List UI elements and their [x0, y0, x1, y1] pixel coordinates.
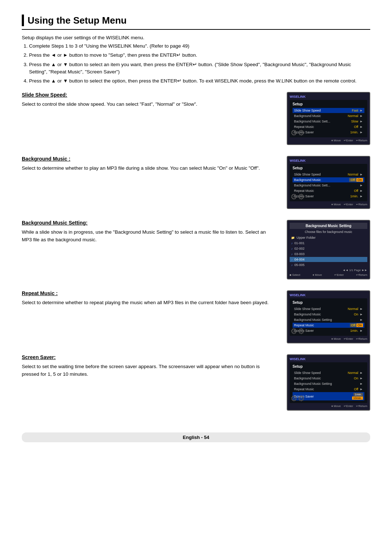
- music-icon-1: ♪: [291, 242, 293, 245]
- gear-icon-5: ⚙⚙: [290, 394, 305, 403]
- section-bg-music-setting: Background Music Setting: While a slide …: [22, 220, 370, 279]
- heading-repeat: Repeat Music :: [22, 290, 276, 296]
- tv-footer-1: ♦ Move ↵Enter ↩Return: [290, 139, 367, 142]
- bms-item-folder: 📁 Upper Folder: [290, 235, 367, 240]
- body-repeat: Select to determine whether to repeat pl…: [22, 299, 276, 307]
- step-1: Complete Steps 1 to 3 of "Using the WISE…: [29, 43, 370, 50]
- content-area: Slide Show Speed: Select to control the …: [22, 92, 370, 422]
- section-background-music: Background Music : Select to determine w…: [22, 156, 370, 209]
- gear-icon-1: ⚙⚙: [290, 128, 305, 138]
- menu-row-1-3: Background Music Sett... Slow ►: [293, 119, 364, 124]
- body-bms: While a slide show is in progress, use t…: [22, 229, 276, 244]
- tv-screen-5: WISELINK Setup Slide Show Speed Normal ►…: [287, 354, 370, 411]
- bms-item-5: ♪ 05-005: [290, 262, 367, 267]
- page-title: Using the Setup Menu: [22, 15, 370, 30]
- music-icon-2: ♪: [291, 247, 293, 250]
- bms-item-1: ♪ 01-001: [290, 241, 367, 246]
- section-text-repeat: Repeat Music : Select to determine wheth…: [22, 290, 287, 307]
- gear-icon-4: ⚙⚙: [290, 327, 305, 336]
- section-slide-show-speed: Slide Show Speed: Select to control the …: [22, 92, 370, 145]
- music-icon-4: ♪: [291, 258, 293, 261]
- footer-label: English - 54: [183, 435, 209, 440]
- setup-label-4: Setup: [293, 301, 364, 305]
- tv-brand-1: WISELINK: [290, 95, 367, 98]
- menu-row-4-2: Background Music On ►: [293, 312, 364, 317]
- menu-row-2-1: Slide Show Speed Normal ►: [293, 172, 364, 177]
- section-repeat-music: Repeat Music : Select to determine wheth…: [22, 290, 370, 343]
- bms-item-2: ♪ 02-002: [290, 246, 367, 251]
- menu-row-5-1: Slide Show Speed Normal ►: [293, 370, 364, 375]
- section-text-slide-show: Slide Show Speed: Select to control the …: [22, 92, 287, 108]
- tv-screen-3: Background Music Setting Choose files fo…: [287, 220, 370, 279]
- music-icon-3: ♪: [291, 253, 293, 256]
- step-4: Press the ▲ or ▼ button to select the op…: [29, 77, 370, 85]
- body-saver: Select to set the waiting time before th…: [22, 363, 276, 378]
- section-screen-saver: Screen Saver: Select to set the waiting …: [22, 354, 370, 411]
- page-footer: English - 54: [22, 432, 370, 442]
- heading-saver: Screen Saver:: [22, 354, 276, 360]
- menu-row-5-2: Background Music On ►: [293, 376, 364, 381]
- steps-list: Complete Steps 1 to 3 of "Using the WISE…: [29, 43, 370, 85]
- bms-item-3: ♪ 03-003: [290, 251, 367, 257]
- setup-label-1: Setup: [293, 102, 364, 106]
- tv-brand-4: WISELINK: [290, 293, 367, 297]
- heading-slide-show: Slide Show Speed:: [22, 92, 276, 98]
- section-text-bg-music: Background Music : Select to determine w…: [22, 156, 287, 172]
- heading-bms: Background Music Setting:: [22, 220, 276, 226]
- menu-row-5-4: Repeat Music Off ►: [293, 387, 364, 392]
- body-bg-music: Select to determine whether to play an M…: [22, 165, 276, 172]
- menu-row-4-3: Background Music Setting ►: [293, 317, 364, 322]
- step-2: Press the ◄ or ► button to move to "Setu…: [29, 52, 370, 59]
- gear-icon-2: ⚙⚙: [290, 192, 305, 202]
- section-text-saver: Screen Saver: Select to set the waiting …: [22, 354, 287, 378]
- bms-footer: ■ Select ♦ Move ↵Enter ↩Return: [290, 273, 367, 277]
- menu-row-4-1: Slide Show Speed Normal ►: [293, 306, 364, 311]
- bms-screen-subtitle: Choose files for background music: [290, 230, 367, 234]
- menu-row-1-2: Background Music Normal ►: [293, 113, 364, 118]
- menu-row-5-3: Background Music Setting ►: [293, 381, 364, 386]
- bms-item-4: ♪ 04-004: [290, 257, 367, 262]
- folder-icon: 📁: [291, 236, 295, 239]
- setup-label-2: Setup: [293, 166, 364, 170]
- tv-footer-4: ♦ Move ↵Enter ↩Return: [290, 337, 367, 340]
- menu-row-2-2: Background Music Off On: [293, 177, 364, 182]
- section-text-bms: Background Music Setting: While a slide …: [22, 220, 287, 244]
- tv-brand-5: WISELINK: [290, 357, 367, 361]
- intro-text: Setup displays the user settings of the …: [22, 35, 370, 40]
- tv-footer-2: ♦ Move ↵Enter ↩Return: [290, 203, 367, 206]
- tv-screen-4: WISELINK Setup Slide Show Speed Normal ►…: [287, 290, 370, 343]
- setup-label-5: Setup: [293, 364, 364, 368]
- tv-screen-2: WISELINK Setup Slide Show Speed Normal ►…: [287, 156, 370, 209]
- music-icon-5: ♪: [291, 263, 293, 267]
- step-3: Press the ▲ or ▼ button to select an ite…: [29, 61, 370, 76]
- tv-footer-5: ♦ Move ↵Enter ↩Return: [290, 404, 367, 408]
- bms-screen-title: Background Music Setting: [290, 223, 367, 229]
- menu-row-1-1: Slide Show Speed Fast ►: [293, 108, 364, 113]
- body-slide-show: Select to control the slide show speed. …: [22, 101, 276, 108]
- bms-page-info: ◄◄ 1/1 Page ►►: [290, 269, 367, 272]
- tv-brand-2: WISELINK: [290, 159, 367, 162]
- tv-screen-1: WISELINK Setup Slide Show Speed Fast ► B…: [287, 92, 370, 145]
- heading-bg-music: Background Music :: [22, 156, 276, 162]
- menu-row-2-3: Background Music Sett... ►: [293, 183, 364, 188]
